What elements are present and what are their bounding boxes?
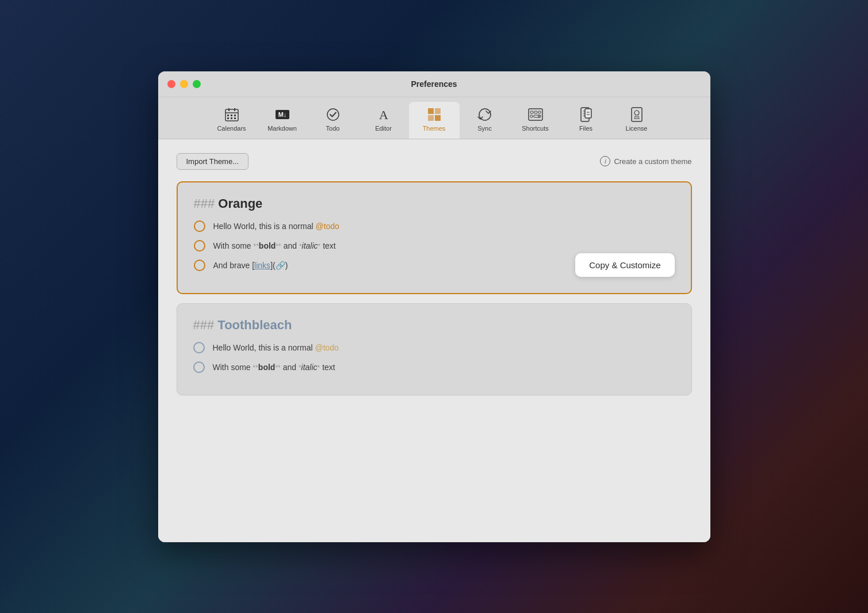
svg-rect-30: [585, 109, 591, 118]
svg-rect-22: [538, 111, 541, 113]
sync-icon: [477, 106, 493, 123]
item-text-orange-3: And brave [links](🔗): [213, 261, 288, 270]
tab-markdown-label: Markdown: [267, 125, 297, 132]
themes-icon: [426, 106, 442, 123]
tab-license[interactable]: License: [611, 102, 662, 139]
markdown-icon: M↓: [274, 106, 290, 123]
svg-rect-5: [231, 115, 232, 116]
svg-rect-33: [632, 108, 642, 121]
radio-toothbleach-1: [193, 342, 205, 353]
radio-orange-3: [194, 260, 205, 271]
tab-themes-label: Themes: [423, 125, 446, 132]
item-text-orange-2: With some **bold** and *italic* text: [213, 241, 336, 250]
theme-title-toothbleach: ### Toothbleach: [193, 318, 675, 333]
maximize-button[interactable]: [193, 80, 201, 88]
preferences-window: Preferences Calendars M↓ M: [158, 71, 710, 542]
editor-icon: A: [376, 106, 392, 123]
tab-calendars[interactable]: Calendars: [207, 102, 257, 139]
tab-editor[interactable]: A Editor: [358, 102, 409, 139]
svg-text:M↓: M↓: [278, 111, 286, 118]
svg-rect-6: [234, 115, 236, 116]
item-text-orange-1: Hello World, this is a normal @todo: [213, 222, 339, 231]
theme-name-orange: Orange: [218, 196, 262, 211]
info-icon: i: [600, 156, 610, 166]
tab-sync-label: Sync: [477, 125, 491, 132]
svg-rect-16: [428, 115, 434, 121]
theme-name-toothbleach: Toothbleach: [217, 318, 292, 332]
theme-card-orange[interactable]: ### Orange Hello World, this is a normal…: [177, 181, 692, 294]
tab-editor-label: Editor: [375, 125, 392, 132]
item-text-toothbleach-2: With some **bold** and *italic* text: [213, 363, 335, 372]
tab-themes[interactable]: Themes: [409, 102, 460, 139]
svg-rect-4: [227, 115, 229, 116]
tab-todo[interactable]: Todo: [308, 102, 358, 139]
theme-card-toothbleach[interactable]: ### Toothbleach Hello World, this is a n…: [177, 303, 692, 395]
theme-item-toothbleach-1: Hello World, this is a normal @todo: [193, 342, 675, 353]
titlebar: Preferences: [158, 71, 710, 97]
svg-rect-7: [227, 117, 229, 119]
files-icon: [578, 106, 594, 123]
svg-rect-19: [529, 109, 542, 120]
tab-todo-label: Todo: [326, 125, 340, 132]
shortcuts-icon: [527, 106, 544, 123]
tab-shortcuts-label: Shortcuts: [522, 125, 548, 132]
todo-icon: [325, 106, 341, 123]
minimize-button[interactable]: [180, 80, 188, 88]
create-custom-link[interactable]: i Create a custom theme: [600, 156, 691, 166]
license-icon: [629, 106, 645, 123]
svg-rect-20: [530, 111, 533, 113]
hash-prefix-toothbleach: ###: [193, 318, 218, 332]
theme-item-orange-2: With some **bold** and *italic* text: [194, 240, 675, 252]
svg-rect-21: [534, 111, 537, 113]
radio-orange-2: [194, 240, 205, 252]
copy-customize-button[interactable]: Copy & Customize: [575, 253, 674, 277]
tab-files[interactable]: Files: [561, 102, 611, 139]
create-custom-label: Create a custom theme: [614, 157, 691, 166]
svg-point-34: [634, 111, 639, 115]
calendar-icon: [224, 106, 240, 123]
todo-tag-toothbleach-1: @todo: [315, 343, 338, 352]
svg-point-12: [327, 109, 339, 120]
svg-rect-15: [435, 108, 441, 114]
tab-sync[interactable]: Sync: [460, 102, 510, 139]
tab-shortcuts[interactable]: Shortcuts: [510, 102, 561, 139]
close-button[interactable]: [167, 80, 175, 88]
theme-item-orange-1: Hello World, this is a normal @todo: [194, 220, 675, 232]
tab-license-label: License: [626, 125, 648, 132]
window-controls: [167, 80, 201, 88]
svg-rect-23: [530, 115, 533, 117]
item-text-toothbleach-1: Hello World, this is a normal @todo: [213, 343, 339, 352]
radio-toothbleach-2: [193, 361, 205, 373]
content-header: Import Theme... i Create a custom theme: [177, 153, 692, 170]
svg-text:A: A: [379, 108, 388, 122]
svg-rect-9: [234, 117, 236, 119]
todo-tag-orange-1: @todo: [315, 222, 339, 231]
window-title: Preferences: [411, 79, 457, 89]
theme-title-orange: ### Orange: [194, 196, 675, 211]
content-area: Import Theme... i Create a custom theme …: [158, 139, 710, 542]
import-theme-button[interactable]: Import Theme...: [177, 153, 249, 170]
svg-rect-8: [231, 117, 232, 119]
toolbar: Calendars M↓ Markdown Todo A Editor: [158, 97, 710, 139]
tab-calendars-label: Calendars: [217, 125, 246, 132]
tab-files-label: Files: [579, 125, 592, 132]
theme-item-toothbleach-2: With some **bold** and *italic* text: [193, 361, 675, 373]
hash-prefix-orange: ###: [194, 196, 219, 211]
tab-markdown[interactable]: M↓ Markdown: [257, 102, 308, 139]
radio-orange-1: [194, 220, 205, 232]
